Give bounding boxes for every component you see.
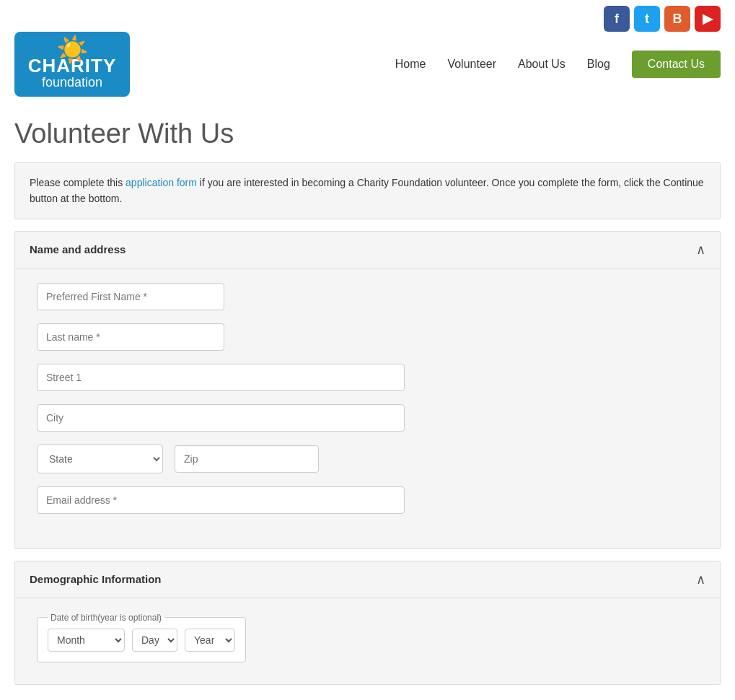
blogger-icon[interactable]: B xyxy=(664,6,690,32)
nav-blog[interactable]: Blog xyxy=(587,58,610,71)
name-address-header[interactable]: Name and address ∧ xyxy=(15,232,720,268)
month-select[interactable]: Month January February March April May J… xyxy=(48,629,125,652)
dob-fieldset: Date of birth(year is optional) Month Ja… xyxy=(37,613,246,662)
street-group xyxy=(37,364,698,391)
city-input[interactable] xyxy=(37,404,405,432)
name-address-title: Name and address xyxy=(30,243,126,255)
brand-name-line2: foundation xyxy=(42,75,102,91)
name-address-body: State Alabama Alaska Arizona California … xyxy=(15,268,720,548)
name-address-chevron: ∧ xyxy=(696,242,705,258)
demographic-header[interactable]: Demographic Information ∧ xyxy=(15,561,720,598)
year-select[interactable]: Year 2000199919981990 1980197019601950 xyxy=(185,629,235,652)
nav-contact-us[interactable]: Contact Us xyxy=(632,51,721,78)
page-title: Volunteer With Us xyxy=(14,118,721,149)
state-select[interactable]: State Alabama Alaska Arizona California … xyxy=(37,445,163,473)
last-name-group xyxy=(37,323,698,351)
preferred-first-name-group xyxy=(37,283,698,310)
info-text: Please complete this application form if… xyxy=(30,175,705,207)
city-group xyxy=(37,404,698,432)
state-zip-row: State Alabama Alaska Arizona California … xyxy=(37,445,698,473)
application-form-link[interactable]: application form xyxy=(126,177,197,188)
facebook-icon[interactable]: f xyxy=(604,6,630,32)
zip-input[interactable] xyxy=(175,445,319,473)
logo: ☀️ CHARITY foundation xyxy=(14,32,130,97)
demographic-body: Date of birth(year is optional) Month Ja… xyxy=(15,598,720,684)
info-box: Please complete this application form if… xyxy=(14,162,721,219)
dob-legend: Date of birth(year is optional) xyxy=(48,613,164,623)
demographic-chevron: ∧ xyxy=(696,572,705,587)
youtube-icon[interactable]: ▶ xyxy=(695,6,721,32)
main-nav: Home Volunteer About Us Blog Contact Us xyxy=(395,51,721,78)
preferred-first-name-input[interactable] xyxy=(37,283,224,310)
day-select[interactable]: Day 12345 678910 1112131415 1617181920 2… xyxy=(132,629,177,652)
demographic-section: Demographic Information ∧ Date of birth(… xyxy=(14,561,721,685)
email-group xyxy=(37,486,698,514)
name-address-section: Name and address ∧ State Alabama Alaska xyxy=(14,231,721,549)
twitter-icon[interactable]: t xyxy=(634,6,660,32)
demographic-title: Demographic Information xyxy=(30,573,162,585)
dob-selects: Month January February March April May J… xyxy=(48,629,235,652)
nav-volunteer[interactable]: Volunteer xyxy=(447,58,496,71)
sun-icon: ☀️ xyxy=(56,35,89,65)
nav-about-us[interactable]: About Us xyxy=(518,58,565,71)
street-input[interactable] xyxy=(37,364,405,391)
nav-home[interactable]: Home xyxy=(395,58,426,71)
last-name-input[interactable] xyxy=(37,323,224,351)
email-input[interactable] xyxy=(37,486,405,514)
